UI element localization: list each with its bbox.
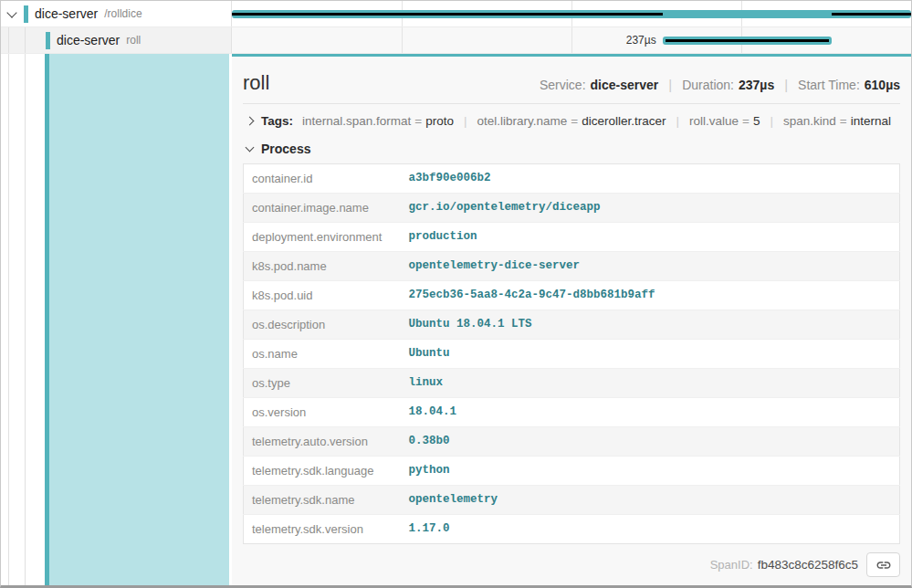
overview-item-value: 237µs bbox=[739, 78, 774, 92]
process-value: opentelemetry bbox=[401, 486, 900, 515]
process-table-row: os.descriptionUbuntu 18.04.1 LTS bbox=[244, 310, 900, 340]
tag-key: span.kind bbox=[783, 114, 836, 128]
process-key: os.description bbox=[244, 310, 401, 340]
overview-item-label: Service: bbox=[540, 78, 586, 92]
process-table-row: os.nameUbuntu bbox=[244, 340, 900, 369]
indent-guide bbox=[8, 27, 9, 53]
span-row-roll[interactable]: dice-server roll 237µs bbox=[1, 27, 911, 54]
overview-item-value: 610µs bbox=[865, 78, 900, 92]
process-value: 275ecb36-5aa8-4c2a-9c47-d8bb681b9aff bbox=[401, 281, 900, 310]
process-accordion[interactable]: Process bbox=[243, 132, 900, 163]
timeline-row[interactable]: 237µs bbox=[232, 27, 911, 53]
span-row-rolldice[interactable]: dice-server /rolldice bbox=[1, 1, 911, 27]
deep-link-button[interactable] bbox=[866, 552, 900, 577]
process-value: a3bf90e006b2 bbox=[401, 164, 900, 194]
process-value: gcr.io/opentelemetry/diceapp bbox=[401, 194, 900, 223]
process-value: 0.38b0 bbox=[401, 427, 900, 457]
process-key: container.image.name bbox=[244, 194, 401, 223]
service-color-bar bbox=[46, 32, 50, 49]
indent-guide bbox=[25, 54, 26, 585]
span-detail-header: roll Service:dice-server|Duration:237µs|… bbox=[243, 62, 900, 103]
link-icon bbox=[875, 557, 892, 573]
tags-accordion[interactable]: Tags: internal.span.format=proto|otel.li… bbox=[243, 104, 900, 132]
tag-value: proto bbox=[425, 114, 454, 128]
overview-item-label: Start Time: bbox=[798, 78, 860, 92]
tags-summary: internal.span.format=proto|otel.library.… bbox=[302, 114, 891, 128]
process-value: linux bbox=[401, 369, 900, 398]
indent-guide bbox=[8, 54, 9, 585]
tags-label: Tags: bbox=[261, 114, 293, 128]
process-key: telemetry.sdk.language bbox=[244, 457, 401, 486]
indent-guide bbox=[25, 27, 26, 53]
process-table-row: container.image.namegcr.io/opentelemetry… bbox=[244, 194, 900, 223]
tag-equals: = bbox=[742, 114, 750, 128]
critical-path-segment bbox=[232, 13, 663, 16]
span-name-column[interactable]: dice-server /rolldice bbox=[1, 1, 232, 26]
process-value: Ubuntu bbox=[401, 340, 900, 369]
process-table-row: k8s.pod.uid275ecb36-5aa8-4c2a-9c47-d8bb6… bbox=[244, 281, 900, 310]
process-table-row: telemetry.sdk.nameopentelemetry bbox=[244, 486, 900, 515]
overview-item: Start Time:610µs bbox=[798, 78, 900, 92]
tag-key: roll.value bbox=[689, 114, 739, 128]
process-table-row: os.version18.04.1 bbox=[244, 398, 900, 427]
process-key: os.name bbox=[244, 340, 401, 369]
tag-divider: | bbox=[676, 114, 680, 128]
chevron-down-icon[interactable] bbox=[246, 143, 255, 152]
detail-left-rail bbox=[1, 54, 232, 585]
service-color-bar bbox=[24, 5, 28, 23]
process-key: telemetry.sdk.name bbox=[244, 486, 401, 515]
tag-key: internal.span.format bbox=[302, 114, 411, 128]
tag-value: diceroller.tracer bbox=[582, 114, 666, 128]
duration-label: 237µs bbox=[626, 34, 656, 47]
process-value: opentelemetry-dice-server bbox=[401, 252, 900, 281]
span-detail-panel: roll Service:dice-server|Duration:237µs|… bbox=[232, 54, 911, 585]
process-key: k8s.pod.name bbox=[244, 252, 401, 281]
chevron-right-icon[interactable] bbox=[246, 117, 255, 126]
critical-path-segment bbox=[666, 39, 829, 42]
overview-divider: | bbox=[784, 77, 788, 92]
timeline-gridline bbox=[571, 27, 572, 53]
overview-item: Service:dice-server bbox=[540, 78, 658, 92]
tag-equals: = bbox=[571, 114, 578, 128]
chevron-down-icon[interactable] bbox=[6, 7, 16, 17]
critical-path-segment bbox=[832, 13, 911, 16]
process-table-row: telemetry.auto.version0.38b0 bbox=[244, 427, 900, 457]
timeline-gridline bbox=[402, 27, 403, 53]
trace-detail-page: dice-server /rolldice dice-server roll 2… bbox=[0, 0, 912, 588]
operation-name: roll bbox=[126, 34, 141, 47]
process-table-body: container.ida3bf90e006b2container.image.… bbox=[244, 164, 900, 544]
process-label: Process bbox=[261, 142, 310, 156]
process-value: production bbox=[401, 223, 900, 252]
service-name: dice-server bbox=[57, 33, 120, 47]
timeline-row[interactable] bbox=[232, 1, 911, 26]
overview-item-label: Duration: bbox=[682, 78, 734, 92]
span-detail-footer: SpanID: fb483c8c6258f6c5 bbox=[243, 544, 900, 585]
overview-item: Duration:237µs bbox=[682, 78, 774, 92]
span-detail-row: roll Service:dice-server|Duration:237µs|… bbox=[1, 54, 911, 585]
process-table-row: k8s.pod.nameopentelemetry-dice-server bbox=[244, 252, 900, 281]
process-table-row: os.typelinux bbox=[244, 369, 900, 398]
tag-divider: | bbox=[770, 114, 773, 128]
operation-name: /rolldice bbox=[104, 7, 142, 20]
process-key: os.type bbox=[244, 369, 401, 398]
process-value: python bbox=[401, 457, 900, 486]
overview-divider: | bbox=[668, 77, 672, 92]
process-table-row: deployment.environmentproduction bbox=[244, 223, 900, 252]
span-color-fill[interactable] bbox=[49, 54, 229, 585]
process-key: k8s.pod.uid bbox=[244, 281, 401, 310]
tag-equals: = bbox=[414, 114, 422, 128]
spanid-value: fb483c8c6258f6c5 bbox=[758, 558, 858, 572]
span-name-column[interactable]: dice-server roll bbox=[1, 27, 232, 53]
process-table-row: telemetry.sdk.version1.17.0 bbox=[244, 515, 900, 544]
process-table-row: container.ida3bf90e006b2 bbox=[244, 164, 900, 194]
span-title: roll bbox=[243, 71, 540, 95]
process-key: telemetry.auto.version bbox=[244, 427, 401, 457]
tag-value: internal bbox=[851, 114, 891, 128]
process-key: telemetry.sdk.version bbox=[244, 515, 401, 544]
service-name: dice-server bbox=[35, 6, 98, 21]
overview-list: Service:dice-server|Duration:237µs|Start… bbox=[540, 77, 900, 92]
process-value: 18.04.1 bbox=[401, 398, 900, 427]
process-value: 1.17.0 bbox=[401, 515, 900, 544]
tag-value: 5 bbox=[753, 114, 760, 128]
tag-divider: | bbox=[464, 114, 467, 128]
